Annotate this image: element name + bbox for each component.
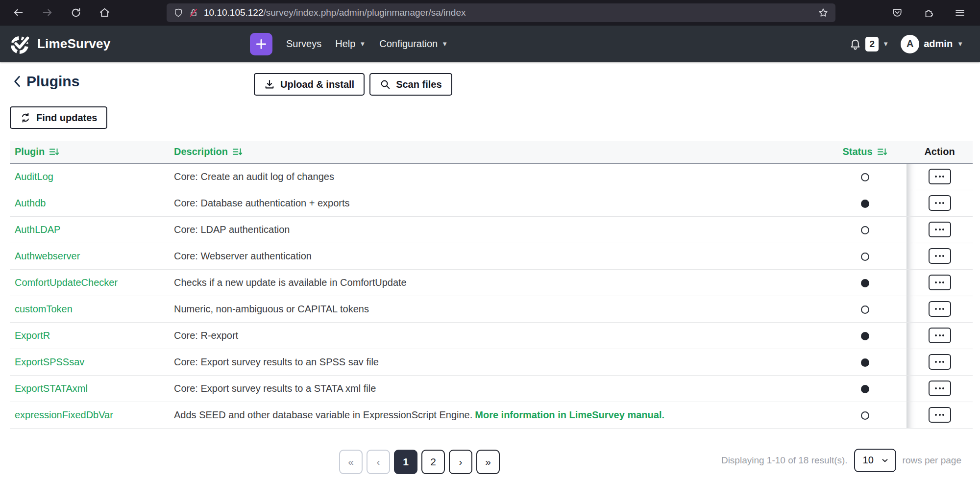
table-footer: « ‹ 1 2 › » Displaying 1-10 of 18 result… xyxy=(0,429,980,483)
plugin-link[interactable]: ExportR xyxy=(15,330,50,341)
plugin-description: Checks if a new update is available in C… xyxy=(174,277,407,288)
row-actions-button[interactable] xyxy=(929,169,951,184)
sort-by-plugin[interactable]: Plugin xyxy=(15,146,59,157)
sort-by-status[interactable]: Status xyxy=(842,146,887,157)
row-actions-button[interactable] xyxy=(929,301,951,317)
pagination-page-2-button[interactable]: 2 xyxy=(421,450,445,474)
status-indicator xyxy=(861,411,869,420)
column-header-action: Action xyxy=(906,141,973,163)
rows-per-page-value: 10 xyxy=(863,455,874,466)
user-name: admin xyxy=(924,38,953,50)
plugin-description: Core: Create an audit log of changes xyxy=(174,171,334,182)
status-indicator xyxy=(861,279,869,287)
back-icon[interactable] xyxy=(13,7,24,18)
reload-icon[interactable] xyxy=(71,7,81,18)
notification-count-badge: 2 xyxy=(865,37,879,51)
column-header-plugin: Plugin xyxy=(10,141,169,163)
status-indicator xyxy=(861,385,869,393)
back-chevron-icon[interactable] xyxy=(12,75,22,88)
create-survey-button[interactable] xyxy=(250,33,272,55)
limesurvey-logo[interactable]: LimeSurvey xyxy=(9,33,110,55)
plugin-more-link[interactable]: More information in LimeSurvey manual. xyxy=(475,409,664,420)
browser-nav-controls xyxy=(0,7,167,18)
tracking-shield-icon[interactable] xyxy=(173,8,183,18)
url-path: /survey/index.php/admin/pluginmanager/sa… xyxy=(264,7,466,18)
table-row: AuditLog Core: Create an audit log of ch… xyxy=(10,163,973,190)
plugin-description: Core: Webserver authentication xyxy=(174,251,312,261)
table-row: ExportR Core: R-export xyxy=(10,322,973,349)
browser-right-controls xyxy=(892,7,980,18)
rows-per-page-select[interactable]: 10 xyxy=(854,449,896,472)
refresh-icon xyxy=(20,112,31,123)
menu-hamburger-icon[interactable] xyxy=(955,7,965,18)
browser-toolbar: 10.10.105.122/survey/index.php/admin/plu… xyxy=(0,0,980,25)
plugin-link[interactable]: customToken xyxy=(15,304,73,314)
pocket-icon[interactable] xyxy=(892,7,903,18)
pagination-page-1-button[interactable]: 1 xyxy=(394,450,417,474)
row-actions-button[interactable] xyxy=(929,195,951,211)
find-updates-button[interactable]: Find updates xyxy=(10,106,107,129)
upload-install-button[interactable]: Upload & install xyxy=(254,73,365,96)
nav-surveys[interactable]: Surveys xyxy=(286,38,321,50)
insecure-lock-icon[interactable] xyxy=(189,8,198,18)
home-icon[interactable] xyxy=(99,7,110,18)
chevron-down-icon: ▼ xyxy=(957,40,963,48)
address-bar[interactable]: 10.10.105.122/survey/index.php/admin/plu… xyxy=(167,3,835,22)
pagination-next-button[interactable]: › xyxy=(449,450,472,474)
row-actions-button[interactable] xyxy=(929,381,951,396)
url-host: 10.10.105.122 xyxy=(204,7,264,18)
pagination-last-button[interactable]: » xyxy=(476,450,500,474)
row-actions-button[interactable] xyxy=(929,328,951,343)
column-header-status: Status xyxy=(823,141,906,163)
nav-help[interactable]: Help▼ xyxy=(335,38,366,50)
forward-icon[interactable] xyxy=(42,7,53,18)
plugin-link[interactable]: ComfortUpdateChecker xyxy=(15,277,118,288)
app-header: LimeSurvey Surveys Help▼ Configuration▼ … xyxy=(0,25,980,62)
page-action-buttons: Upload & install Scan files xyxy=(254,73,452,96)
pagination-first-button: « xyxy=(339,450,363,474)
nav-configuration[interactable]: Configuration▼ xyxy=(379,38,448,50)
plugin-description: Adds SEED and other database variable in… xyxy=(174,409,472,420)
rows-per-page-label: rows per page xyxy=(903,455,961,466)
row-actions-button[interactable] xyxy=(929,275,951,290)
status-indicator xyxy=(861,226,869,234)
plugin-link[interactable]: ExportSTATAxml xyxy=(15,383,88,394)
table-row: expressionFixedDbVar Adds SEED and other… xyxy=(10,402,973,428)
sort-by-description[interactable]: Description xyxy=(174,146,243,157)
chevron-down-icon xyxy=(881,456,889,465)
pagination-prev-button: ‹ xyxy=(367,450,390,474)
brand-name: LimeSurvey xyxy=(37,36,110,51)
plugin-link[interactable]: ExportSPSSsav xyxy=(15,356,84,367)
row-actions-button[interactable] xyxy=(929,248,951,264)
extensions-puzzle-icon[interactable] xyxy=(923,7,934,18)
row-actions-button[interactable] xyxy=(929,222,951,237)
table-row: AuthLDAP Core: LDAP authentication xyxy=(10,216,973,243)
status-indicator xyxy=(861,200,869,208)
status-indicator xyxy=(861,332,869,340)
bell-icon xyxy=(849,38,861,50)
table-header-row: Plugin Description Status Action xyxy=(10,141,973,163)
plugin-link[interactable]: expressionFixedDbVar xyxy=(15,409,113,420)
plugin-link[interactable]: AuthLDAP xyxy=(15,224,60,235)
table-row: ComfortUpdateChecker Checks if a new upd… xyxy=(10,269,973,296)
table-row: ExportSPSSsav Core: Export survey result… xyxy=(10,349,973,375)
plugin-description: Core: R-export xyxy=(174,330,238,341)
results-summary: Displaying 1-10 of 18 result(s). xyxy=(721,455,848,466)
row-actions-button[interactable] xyxy=(929,407,951,423)
scan-files-button[interactable]: Scan files xyxy=(369,73,452,96)
results-controls: Displaying 1-10 of 18 result(s). 10 rows… xyxy=(721,449,961,472)
plugin-description: Core: Export survey results to a STATA x… xyxy=(174,383,376,394)
plugin-link[interactable]: Authdb xyxy=(15,198,46,208)
bookmark-star-icon[interactable] xyxy=(818,7,829,18)
chevron-down-icon: ▼ xyxy=(882,40,889,48)
status-indicator xyxy=(861,305,869,314)
row-actions-button[interactable] xyxy=(929,354,951,370)
plugin-link[interactable]: Authwebserver xyxy=(15,251,80,261)
plugin-link[interactable]: AuditLog xyxy=(15,171,53,182)
notifications-menu[interactable]: 2 ▼ xyxy=(849,37,889,51)
status-indicator xyxy=(861,253,869,261)
user-menu[interactable]: A admin ▼ xyxy=(901,35,963,53)
plugin-description: Numeric, non-ambiguous or CAPITAL tokens xyxy=(174,304,369,314)
page-head: Plugins Upload & install Scan files xyxy=(0,62,980,104)
table-row: ExportSTATAxml Core: Export survey resul… xyxy=(10,375,973,402)
